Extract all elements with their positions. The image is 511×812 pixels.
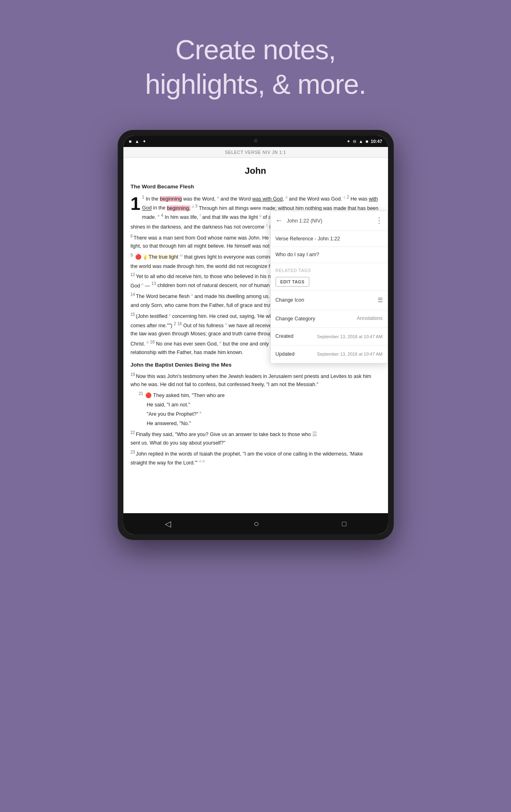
popup-related-tags: Related Tags EDIT TAGS <box>271 263 388 291</box>
recent-apps-button[interactable]: □ <box>342 520 346 528</box>
popup-header-left: ← John 1:22 (NIV) <box>276 215 323 227</box>
hero-title: Create notes, highlights, & more. <box>0 32 511 102</box>
highlight-beginning-1: beginning <box>160 196 182 202</box>
popup-header: ← John 1:22 (NIV) ⋮ <box>271 211 388 231</box>
popup-note: Who do I say I am? <box>271 247 388 263</box>
popup-panel: ← John 1:22 (NIV) ⋮ Verse Reference - Jo… <box>270 211 388 363</box>
popup-updated-row: Updated September 13, 2018 at 10:47 AM <box>271 346 388 363</box>
popup-created-row: Created September 13, 2018 at 10:47 AM <box>271 328 388 346</box>
updated-label: Updated <box>276 350 295 358</box>
verse-22: 22Finally they said, "Who are you? Give … <box>131 430 381 439</box>
status-bar-left: ■ ▲ ✦ <box>129 139 147 144</box>
section-heading: The Word Became Flesh <box>131 182 381 191</box>
chapter-number: 1 <box>131 195 140 213</box>
popup-change-icon-row[interactable]: Change Icon ☰ <box>271 291 388 310</box>
verse-1-superscript: 1 <box>142 195 144 199</box>
verse-22-cont: sent us. What do you say about yourself?… <box>131 439 381 447</box>
popup-back-button[interactable]: ← <box>276 215 283 227</box>
the-true-light: 💡 The true light <box>143 254 178 260</box>
tablet-screen: ■ ▲ ✦ ✦ ⊖ ▲ ■ 10:47 SELECT VERSE NIV JN … <box>123 136 388 534</box>
bottom-navigation: ◁ ○ □ <box>123 513 388 534</box>
change-category-value: Annotations <box>357 315 382 323</box>
time-display: 10:47 <box>371 139 382 144</box>
status-bar-right: ✦ ⊖ ▲ ■ 10:47 <box>347 139 382 144</box>
popup-menu-button[interactable]: ⋮ <box>375 215 383 227</box>
created-label: Created <box>276 332 293 341</box>
verse-21: 21 🔴 They asked him, "Then who areHe sai… <box>131 391 381 428</box>
book-title: John <box>131 164 381 178</box>
verse-23: 23John replied in the words of Isaiah th… <box>131 449 381 467</box>
tablet-shell: ■ ▲ ✦ ✦ ⊖ ▲ ■ 10:47 SELECT VERSE NIV JN … <box>118 130 394 540</box>
home-button[interactable]: ○ <box>254 518 259 529</box>
edit-tags-button[interactable]: EDIT TAGS <box>276 277 310 287</box>
bible-content[interactable]: John The Word Became Flesh 1 1 In the be… <box>123 158 388 510</box>
related-tags-label: Related Tags <box>276 267 383 274</box>
updated-value: September 13, 2018 at 10:47 AM <box>317 350 382 358</box>
popup-title: John 1:22 (NIV) <box>287 217 323 225</box>
change-icon-icon: ☰ <box>377 295 383 305</box>
created-value: September 13, 2018 at 10:47 AM <box>317 333 382 340</box>
popup-verse-reference: Verse Reference - John 1:22 <box>271 231 388 247</box>
change-category-label: Change Category <box>276 315 315 323</box>
change-icon-label: Change Icon <box>276 296 304 304</box>
tablet-container: ■ ▲ ✦ ✦ ⊖ ▲ ■ 10:47 SELECT VERSE NIV JN … <box>118 130 394 540</box>
app-nav-bar: SELECT VERSE NIV JN 1:1 <box>123 147 388 158</box>
front-camera <box>254 139 257 143</box>
nav-text: SELECT VERSE NIV JN 1:1 <box>225 150 286 155</box>
popup-change-category-row[interactable]: Change Category Annotations <box>271 310 388 328</box>
highlight-beginning-2: beginning. <box>167 205 190 211</box>
hero-section: Create notes, highlights, & more. <box>0 0 511 102</box>
back-button[interactable]: ◁ <box>165 519 171 529</box>
verse-19-20: 19Now this was John's testimony when the… <box>131 371 381 389</box>
